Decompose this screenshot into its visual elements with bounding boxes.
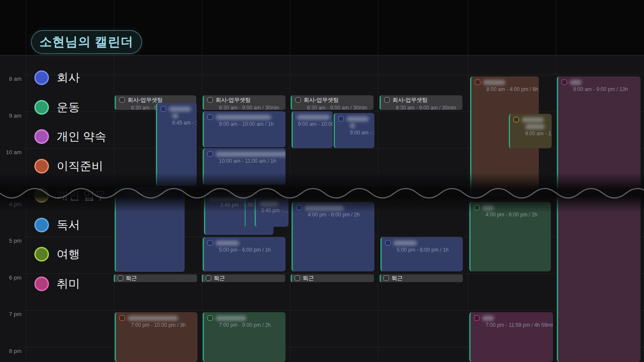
event-title-blurred [482, 205, 494, 210]
gridline [24, 148, 644, 149]
event-checkbox-icon[interactable] [119, 97, 125, 103]
time-label: 8 am [1, 76, 21, 82]
calendar-title: 소현님의 캘린더 [39, 33, 134, 51]
event-title: 회사-업무셋팅 [128, 97, 163, 103]
event-checkbox-icon[interactable] [207, 151, 213, 157]
event-leave-4[interactable]: 퇴근 [380, 274, 463, 282]
legend-color-icon [34, 247, 49, 262]
event-checkbox-icon[interactable] [295, 97, 301, 103]
event-checkbox-icon[interactable] [384, 97, 390, 103]
event-title-blurred [172, 113, 178, 119]
event-checkbox-icon[interactable] [338, 116, 344, 122]
event-blue-5pm-2[interactable]: 5:00 pm - 6:00 pm / 1h [203, 237, 286, 271]
legend-item-5[interactable]: 개인 업무 [34, 188, 106, 203]
event-title: 퇴근 [214, 275, 225, 282]
event-blue-11am[interactable] [115, 188, 185, 272]
event-checkbox-icon[interactable] [513, 117, 519, 122]
gridline [556, 0, 556, 362]
event-checkbox-icon[interactable] [206, 275, 211, 281]
gridline [468, 0, 468, 362]
time-label: 8 pm [1, 348, 21, 355]
event-title-blurred [216, 316, 246, 321]
event-title: 회사-업무셋팅 [392, 97, 428, 103]
event-blue-5pm-4[interactable]: 5:00 pm - 6:00 pm / 1h [380, 237, 463, 271]
event-accent-line[interactable] [245, 200, 246, 226]
event-title-blurred [216, 240, 239, 246]
gridline [114, 0, 114, 362]
event-khaki-9am[interactable]: 9:00 am - 1... [509, 114, 552, 148]
event-title-blurred [128, 316, 178, 321]
legend-label: 개인 업무 [57, 188, 106, 203]
event-blue-10am-2[interactable]: 10:00 am - 11:00 am / 1h [203, 148, 286, 185]
event-green-4pm[interactable]: 4:00 pm - 6:00 pm / 2h [469, 202, 551, 271]
gridline [24, 112, 644, 112]
event-title-blurred [260, 201, 279, 206]
event-blue-345-overlay[interactable]: 3:45 pm - ... [255, 198, 289, 227]
event-blue-9am-2[interactable]: 9:00 am - 10:00 am / 1h [203, 111, 286, 147]
legend-item-3[interactable]: 개인 약속 [34, 129, 106, 144]
event-checkbox-icon[interactable] [383, 275, 389, 281]
gridline [24, 274, 644, 274]
event-checkbox-icon[interactable] [296, 205, 302, 210]
event-checkbox-icon[interactable] [119, 191, 125, 196]
gridline [290, 0, 290, 362]
event-work-setup-3[interactable]: 회사-업무셋팅8:30 am - 9:00 am / 30min [291, 95, 374, 110]
event-blue-4pm-3[interactable]: 4:00 pm - 6:00 pm / 2h [292, 202, 374, 271]
event-leave-1[interactable]: 퇴근 [114, 274, 197, 282]
event-checkbox-icon[interactable] [207, 315, 213, 321]
event-plum-allday[interactable]: 8:00 am - 9:00 pm / 13h [557, 76, 641, 362]
event-work-setup-2[interactable]: 회사-업무셋팅8:30 am - 9:00 am / 30min [203, 95, 286, 110]
gridline [24, 75, 644, 75]
event-time: 4:00 pm - 6:00 pm / 2h [308, 212, 371, 218]
event-checkbox-icon[interactable] [207, 240, 213, 246]
event-checkbox-icon[interactable] [385, 240, 391, 246]
event-brown-7pm[interactable]: 7:00 pm - 10:00 pm / 3h [115, 312, 197, 362]
legend-label: 취미 [57, 276, 80, 292]
event-title-blurred [304, 205, 344, 210]
event-magenta-7pm[interactable]: 7:00 pm - 11:59 pm / 4h 59min [469, 312, 553, 362]
legend-item-8[interactable]: 취미 [34, 277, 80, 291]
event-time: 10:00 am - 11:00 am / 1h [219, 158, 282, 164]
event-time: 7:00 pm - 11:59 pm / 4h 59min [486, 322, 550, 328]
event-time: 7:00 pm - 10:00 pm / 3h [131, 322, 194, 328]
event-checkbox-icon[interactable] [474, 205, 480, 210]
event-leave-3[interactable]: 퇴근 [291, 274, 374, 282]
event-work-setup-4[interactable]: 회사-업무셋팅8:30 am - 9:00 am / 30min [380, 95, 462, 110]
legend-label: 회사 [57, 70, 80, 85]
legend-color-icon [34, 129, 49, 144]
event-blue-845[interactable]: 8:45 am - 1... [156, 103, 197, 186]
legend-color-icon [34, 218, 49, 232]
event-checkbox-icon[interactable] [475, 79, 480, 85]
legend-item-1[interactable]: 회사 [34, 70, 80, 85]
legend-item-2[interactable]: 운동 [34, 100, 80, 115]
gridline [0, 55, 644, 55]
event-title: 퇴근 [303, 275, 314, 282]
event-title: 회사-업무셋팅 [304, 97, 339, 103]
event-checkbox-icon[interactable] [295, 275, 300, 281]
event-checkbox-icon[interactable] [562, 79, 567, 85]
event-blue-9am-3b[interactable]: 9:00 am - 1... [334, 113, 374, 148]
event-time: 5:00 pm - 6:00 pm / 1h [397, 247, 459, 253]
time-label: 4 pm [1, 201, 21, 208]
event-leave-2[interactable]: 퇴근 [202, 274, 285, 282]
event-checkbox-icon[interactable] [118, 275, 123, 281]
event-checkbox-icon[interactable] [474, 315, 480, 321]
event-green-7pm[interactable]: 7:00 pm - 9:00 pm / 2h [203, 312, 286, 362]
legend-color-icon [34, 100, 49, 115]
event-time: 8:45 am - 1... [172, 120, 193, 126]
time-label: 6 pm [1, 274, 21, 281]
gridline [24, 185, 644, 186]
legend-item-6[interactable]: 독서 [34, 218, 80, 232]
time-label: 5 pm [1, 237, 21, 244]
event-checkbox-icon[interactable] [207, 114, 213, 120]
event-blue-9am-3a[interactable]: 9:00 am - 10:00 am [292, 111, 333, 148]
event-checkbox-icon[interactable] [161, 106, 166, 112]
event-title-blurred [128, 191, 169, 196]
event-title-blurred [350, 123, 355, 128]
legend-item-4[interactable]: 이직준비 [34, 159, 103, 173]
legend-item-7[interactable]: 여행 [34, 247, 80, 262]
gridline [26, 0, 26, 362]
event-checkbox-icon[interactable] [119, 315, 125, 321]
event-title-blurred [216, 152, 286, 157]
event-checkbox-icon[interactable] [207, 97, 213, 103]
